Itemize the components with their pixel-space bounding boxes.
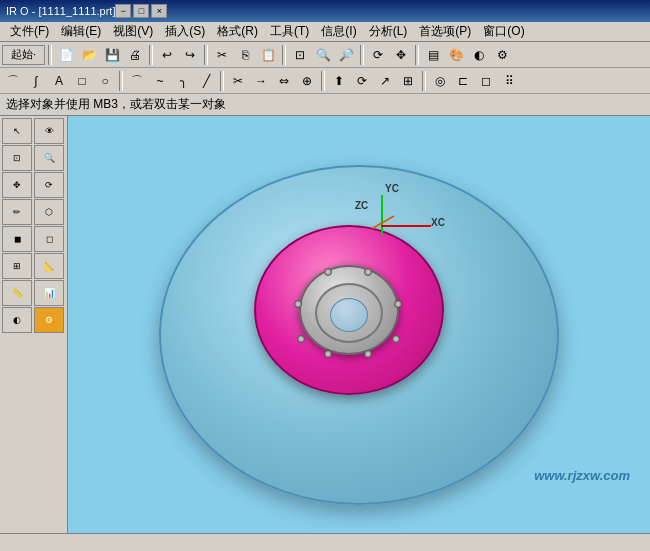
menu-window[interactable]: 窗口(O) xyxy=(477,22,530,41)
menu-info[interactable]: 信息(I) xyxy=(315,22,362,41)
menu-edit[interactable]: 编辑(E) xyxy=(55,22,107,41)
zoom-out-icon: 🔎 xyxy=(339,49,354,61)
sidebar-btn-solid[interactable]: ◼ xyxy=(2,226,32,252)
tb-color[interactable]: 🎨 xyxy=(445,44,467,66)
tb2-curve[interactable]: ⌒ xyxy=(2,70,24,92)
minimize-button[interactable]: − xyxy=(115,4,131,18)
tb2-extend[interactable]: → xyxy=(250,70,272,92)
tb2-circle[interactable]: ○ xyxy=(94,70,116,92)
bolt-6 xyxy=(392,335,400,343)
tb-undo[interactable]: ↩ xyxy=(156,44,178,66)
yc-axis xyxy=(381,195,383,235)
sidebar-btn-surface[interactable]: ◻ xyxy=(34,226,64,252)
sidebar-btn-zoom[interactable]: 🔍 xyxy=(34,145,64,171)
watermark: www.rjzxw.com xyxy=(534,468,630,483)
sidebar-btn-view[interactable]: 👁 xyxy=(34,118,64,144)
menu-tools[interactable]: 工具(T) xyxy=(264,22,315,41)
tb-cut[interactable]: ✂ xyxy=(211,44,233,66)
sidebar-btn-sketch[interactable]: ✏ xyxy=(2,199,32,225)
extend-icon: → xyxy=(255,75,267,87)
sidebar-btn-fit[interactable]: ⊡ xyxy=(2,145,32,171)
tb2-boolean[interactable]: ⊞ xyxy=(397,70,419,92)
tb-new[interactable]: 📄 xyxy=(55,44,77,66)
bolt-1 xyxy=(324,268,332,276)
tb-zoom-in[interactable]: 🔍 xyxy=(312,44,334,66)
canvas-area[interactable]: YC XC ZC www.rjzxw.com xyxy=(68,116,650,533)
main-area: ↖ 👁 ⊡ 🔍 ✥ ⟳ ✏ ⬡ ◼ ◻ ⊞ 📐 📏 📊 ◐ ⚙ xyxy=(0,116,650,533)
fit-icon: ⊡ xyxy=(13,153,21,163)
sidebar-btn-rotate2[interactable]: ⟳ xyxy=(34,172,64,198)
tb2-spline[interactable]: ∫ xyxy=(25,70,47,92)
sidebar-btn-analyze2[interactable]: 📊 xyxy=(34,280,64,306)
new-icon: 📄 xyxy=(59,49,74,61)
sidebar-row-8: ◐ ⚙ xyxy=(2,307,65,333)
tb2-arc[interactable]: ⌒ xyxy=(126,70,148,92)
tb-layer[interactable]: ▤ xyxy=(422,44,444,66)
tb2-shell[interactable]: ◻ xyxy=(475,70,497,92)
tb-zoom-fit[interactable]: ⊡ xyxy=(289,44,311,66)
bolt-8 xyxy=(364,350,372,358)
tb2-sweep[interactable]: ↗ xyxy=(374,70,396,92)
maximize-button[interactable]: □ xyxy=(133,4,149,18)
tb-redo[interactable]: ↪ xyxy=(179,44,201,66)
tb2-revolve[interactable]: ⟳ xyxy=(351,70,373,92)
tb2-wave[interactable]: ~ xyxy=(149,70,171,92)
menu-file[interactable]: 文件(F) xyxy=(4,22,55,41)
tb2-trim[interactable]: ✂ xyxy=(227,70,249,92)
tb2-mirror[interactable]: ⇔ xyxy=(273,70,295,92)
tb2-text[interactable]: A xyxy=(48,70,70,92)
sidebar-btn-cam[interactable]: ⚙ xyxy=(34,307,64,333)
menu-prefs[interactable]: 首选项(P) xyxy=(413,22,477,41)
tb-open[interactable]: 📂 xyxy=(78,44,100,66)
menu-view[interactable]: 视图(V) xyxy=(107,22,159,41)
sidebar-btn-render2[interactable]: ◐ xyxy=(2,307,32,333)
tb2-chamfer[interactable]: ╱ xyxy=(195,70,217,92)
view-icon: 👁 xyxy=(45,126,54,136)
sidebar-btn-measure[interactable]: 📏 xyxy=(2,280,32,306)
tb2-offset[interactable]: ⊕ xyxy=(296,70,318,92)
tb2-fillet[interactable]: ╮ xyxy=(172,70,194,92)
tb-print[interactable]: 🖨 xyxy=(124,44,146,66)
tb-paste[interactable]: 📋 xyxy=(257,44,279,66)
sidebar-btn-pan2[interactable]: ✥ xyxy=(2,172,32,198)
xc-label: XC xyxy=(431,217,445,228)
tb2-extrude[interactable]: ⬆ xyxy=(328,70,350,92)
menu-insert[interactable]: 插入(S) xyxy=(159,22,211,41)
fillet-icon: ╮ xyxy=(180,75,187,87)
rotate-icon: ⟳ xyxy=(373,49,383,61)
shell-icon: ◻ xyxy=(481,75,491,87)
sidebar-btn-feature[interactable]: ⬡ xyxy=(34,199,64,225)
tb-save[interactable]: 💾 xyxy=(101,44,123,66)
tb-rotate[interactable]: ⟳ xyxy=(367,44,389,66)
start-button[interactable]: 起始· xyxy=(2,45,45,65)
tb-pan[interactable]: ✥ xyxy=(390,44,412,66)
sidebar-btn-select[interactable]: ↖ xyxy=(2,118,32,144)
sidebar-btn-draft[interactable]: 📐 xyxy=(34,253,64,279)
sidebar-row-4: ✏ ⬡ xyxy=(2,199,65,225)
tb2-pattern[interactable]: ⠿ xyxy=(498,70,520,92)
tb-copy[interactable]: ⎘ xyxy=(234,44,256,66)
sidebar-btn-assem[interactable]: ⊞ xyxy=(2,253,32,279)
arc-icon: ⌒ xyxy=(131,75,143,87)
bolt-3 xyxy=(294,300,302,308)
menu-format[interactable]: 格式(R) xyxy=(211,22,264,41)
close-button[interactable]: × xyxy=(151,4,167,18)
tb2-rect[interactable]: □ xyxy=(71,70,93,92)
sweep-icon: ↗ xyxy=(380,75,390,87)
undo-icon: ↩ xyxy=(162,49,172,61)
tb-render[interactable]: ◐ xyxy=(468,44,490,66)
tb-zoom-out[interactable]: 🔎 xyxy=(335,44,357,66)
paste-icon: 📋 xyxy=(261,49,276,61)
toolbar-2: ⌒ ∫ A □ ○ ⌒ ~ ╮ ╱ ✂ → ⇔ ⊕ ⬆ ⟳ ↗ ⊞ ◎ ⊏ ◻ … xyxy=(0,68,650,94)
tb-settings[interactable]: ⚙ xyxy=(491,44,513,66)
tb2-hole[interactable]: ◎ xyxy=(429,70,451,92)
cam-icon: ⚙ xyxy=(45,315,53,325)
pocket-icon: ⊏ xyxy=(458,75,468,87)
toolbar-separator-3 xyxy=(204,45,208,65)
tb2-pocket[interactable]: ⊏ xyxy=(452,70,474,92)
menu-analyze[interactable]: 分析(L) xyxy=(363,22,414,41)
boolean-icon: ⊞ xyxy=(403,75,413,87)
rect-icon: □ xyxy=(78,75,85,87)
pan2-icon: ✥ xyxy=(13,180,21,190)
pan-icon: ✥ xyxy=(396,49,406,61)
